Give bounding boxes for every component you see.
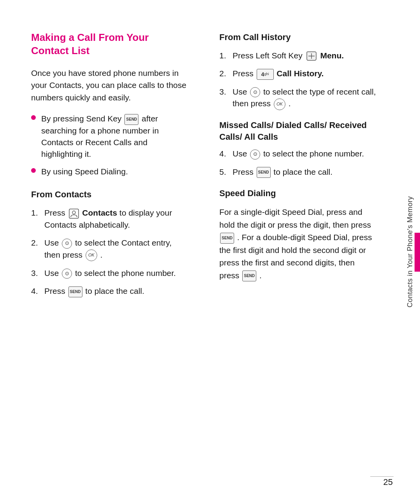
ch-num-1: 1. bbox=[219, 50, 230, 61]
page-number: 25 bbox=[383, 476, 393, 488]
ch-text-3: Use ⊙ to select the type of recent call,… bbox=[233, 86, 376, 110]
intro-text: Once you have stored phone numbers in yo… bbox=[31, 67, 188, 104]
left-column: Making a Call From Your Contact List Onc… bbox=[31, 31, 196, 481]
ch-step-2: 2. Press 4ghi Call History. bbox=[219, 68, 376, 79]
step-num-3: 3. bbox=[31, 267, 42, 279]
softkey-icon bbox=[306, 51, 317, 61]
bullet-dot-2 bbox=[31, 168, 36, 173]
bullet-text-1: By pressing Send Key SEND after searchin… bbox=[41, 113, 188, 160]
send-icon-2: SEND bbox=[257, 167, 271, 178]
step-text-1: Press Contacts to display your Contacts … bbox=[44, 207, 188, 231]
send-icon-1: SEND bbox=[68, 286, 82, 297]
ch-num-3: 3. bbox=[219, 86, 230, 98]
bullet-item-2: By using Speed Dialing. bbox=[31, 166, 188, 177]
step-text-4: Press SEND to place the call. bbox=[44, 285, 144, 297]
call-history-bold: Call History. bbox=[276, 69, 324, 78]
nav-icon-2: ⊙ bbox=[62, 269, 72, 279]
sidebar-text: Contacts in Your Phone's Memory bbox=[405, 196, 415, 307]
step-text-3: Use ⊙ to select the phone number. bbox=[44, 267, 176, 279]
ok-icon-1: OK bbox=[86, 249, 97, 261]
ch-text-1: Press Left Soft Key Menu. bbox=[233, 50, 344, 61]
from-contacts-steps: 1. Press Contacts to display your Contac… bbox=[31, 207, 188, 297]
step-1: 1. Press Contacts to display your Contac… bbox=[31, 207, 188, 231]
sidebar: Contacts in Your Phone's Memory bbox=[400, 0, 420, 504]
menu-bold: Menu. bbox=[320, 51, 344, 60]
step-num-1: 1. bbox=[31, 207, 42, 219]
step-num-2: 2. bbox=[31, 237, 42, 249]
step-num-4: 4. bbox=[31, 285, 42, 297]
from-call-history-title: From Call History bbox=[219, 31, 376, 44]
ch-step-1: 1. Press Left Soft Key Menu. bbox=[219, 50, 376, 61]
ch-text-5: Press SEND to place the call. bbox=[233, 166, 332, 178]
section-title: Making a Call From Your Contact List bbox=[31, 31, 188, 58]
nav-icon-3: ⊙ bbox=[250, 87, 260, 97]
send-icon-4: SEND bbox=[242, 270, 256, 281]
bullet-dot bbox=[31, 115, 36, 120]
4ghi-icon: 4ghi bbox=[257, 69, 274, 80]
contacts-icon bbox=[69, 209, 79, 219]
contacts-bold: Contacts bbox=[82, 208, 117, 217]
ch-step-3: 3. Use ⊙ to select the type of recent ca… bbox=[219, 86, 376, 110]
step-4: 4. Press SEND to place the call. bbox=[31, 285, 188, 297]
nav-icon-1: ⊙ bbox=[62, 239, 72, 249]
sidebar-accent bbox=[415, 233, 420, 272]
right-column: From Call History 1. Press Left Soft Key bbox=[212, 31, 376, 481]
page-container: Making a Call From Your Contact List Onc… bbox=[0, 0, 420, 504]
ch-step-5: 5. Press SEND to place the call. bbox=[219, 166, 376, 178]
from-contacts-title: From Contacts bbox=[31, 188, 188, 201]
calltype-label: Missed Calls/ Dialed Calls/ Received Cal… bbox=[219, 119, 376, 144]
call-history-steps: 1. Press Left Soft Key Menu. bbox=[219, 50, 376, 110]
send-icon-3: SEND bbox=[220, 233, 234, 244]
bullet-text-2: By using Speed Dialing. bbox=[41, 166, 128, 177]
ch-text-4: Use ⊙ to select the phone number. bbox=[233, 148, 364, 160]
ch-step-4: 4. Use ⊙ to select the phone number. bbox=[219, 148, 376, 160]
ok-icon-2: OK bbox=[274, 98, 285, 110]
ch-num-2: 2. bbox=[219, 68, 230, 79]
ch-text-2: Press 4ghi Call History. bbox=[233, 68, 324, 79]
step-text-2: Use ⊙ to select the Contact entry, then … bbox=[44, 237, 188, 261]
speed-dialing-title: Speed Dialing bbox=[219, 187, 376, 200]
send-key-icon: SEND bbox=[124, 114, 138, 125]
call-history-steps-2: 4. Use ⊙ to select the phone number. 5. … bbox=[219, 148, 376, 178]
ch-num-5: 5. bbox=[219, 166, 230, 178]
bullet-list: By pressing Send Key SEND after searchin… bbox=[31, 113, 188, 177]
speed-dial-text: For a single-digit Speed Dial, press and… bbox=[219, 206, 376, 282]
step-2: 2. Use ⊙ to select the Contact entry, th… bbox=[31, 237, 188, 261]
step-3: 3. Use ⊙ to select the phone number. bbox=[31, 267, 188, 279]
nav-icon-4: ⊙ bbox=[250, 149, 260, 160]
ch-num-4: 4. bbox=[219, 148, 230, 160]
main-content: Making a Call From Your Contact List Onc… bbox=[0, 0, 400, 504]
bullet-item-1: By pressing Send Key SEND after searchin… bbox=[31, 113, 188, 160]
